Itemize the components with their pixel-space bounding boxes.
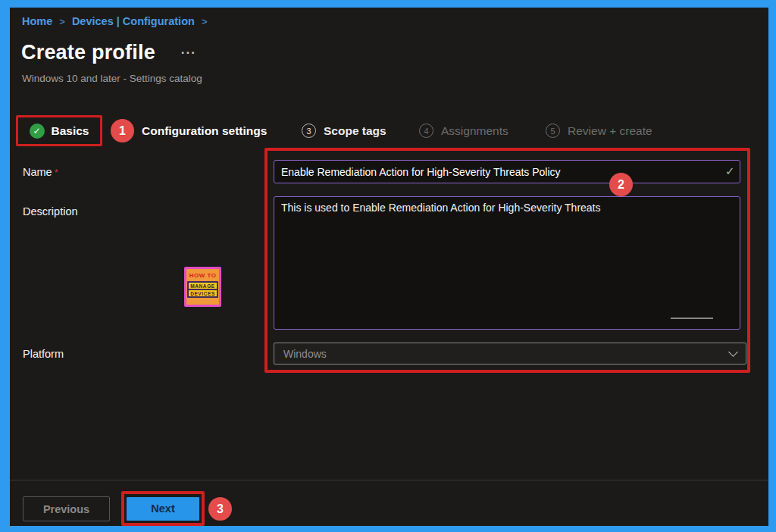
tab-basics[interactable]: ✓ Basics (16, 115, 102, 146)
tab-scope-tags[interactable]: 3 Scope tags (302, 115, 386, 146)
watermark-manage-text: MANAGE (189, 283, 217, 289)
tab-configuration-settings-label: Configuration settings (142, 124, 267, 138)
name-label-text: Name (23, 166, 52, 178)
annotation-badge-1: 1 (111, 119, 134, 142)
basics-completed-check-icon: ✓ (30, 124, 45, 139)
step-4-number-circle: 4 (419, 124, 433, 138)
footer-divider (10, 480, 768, 480)
description-field-label: Description (23, 205, 78, 217)
breadcrumb-devices-configuration-link[interactable]: Devices | Configuration (72, 15, 195, 27)
breadcrumb-home-link[interactable]: Home (22, 15, 52, 27)
name-input[interactable] (274, 160, 740, 183)
annotation-box-next-button: Next (121, 491, 205, 526)
check-glyph: ✓ (33, 126, 40, 136)
screenshot-frame: Home > Devices | Configuration > Create … (0, 0, 776, 532)
create-profile-blade: Home > Devices | Configuration > Create … (10, 8, 768, 526)
tab-assignments-label: Assignments (441, 124, 508, 138)
platform-field-label: Platform (23, 348, 64, 360)
tab-review-create-label: Review + create (568, 124, 652, 138)
required-asterisk: * (55, 167, 58, 178)
watermark-howto-text: HOW TO (189, 272, 217, 279)
name-field-label: Name* (23, 166, 58, 178)
tab-basics-label: Basics (52, 124, 89, 138)
breadcrumb-chevron-icon: > (202, 16, 208, 27)
previous-button[interactable]: Previous (23, 496, 110, 521)
step-3-number-circle: 3 (302, 124, 316, 138)
breadcrumb-chevron-icon: > (59, 16, 65, 27)
watermark-devices-text: DEVICES (189, 290, 217, 296)
page-subtitle: Windows 10 and later - Settings catalog (22, 73, 202, 84)
tab-scope-tags-label: Scope tags (324, 124, 386, 138)
description-textarea[interactable]: This is used to Enable Remediation Actio… (274, 196, 740, 330)
textarea-resize-handle[interactable] (671, 318, 713, 319)
breadcrumb: Home > Devices | Configuration > (22, 15, 207, 27)
platform-dropdown[interactable]: Windows (274, 343, 746, 365)
chevron-down-icon (728, 347, 738, 357)
howtomanagedevices-watermark-logo: HOW TO MANAGE DEVICES (184, 267, 221, 307)
page-title: Create profile (21, 41, 155, 64)
name-valid-check-icon: ✓ (725, 164, 735, 178)
more-options-ellipsis-icon[interactable]: ... (181, 42, 196, 58)
tab-configuration-settings[interactable]: Configuration settings (142, 115, 267, 146)
tab-assignments[interactable]: 4 Assignments (419, 115, 508, 146)
platform-selected-value: Windows (283, 348, 327, 360)
annotation-badge-3: 3 (208, 497, 232, 521)
page-title-row: Create profile ... (21, 41, 196, 64)
wizard-steps: ✓ Basics 1 Configuration settings 3 Scop… (10, 115, 768, 147)
annotation-badge-2: 2 (609, 173, 633, 196)
tab-review-create[interactable]: 5 Review + create (546, 115, 652, 146)
next-button[interactable]: Next (127, 497, 199, 521)
watermark-band: MANAGE DEVICES (187, 281, 218, 298)
step-5-number-circle: 5 (546, 124, 560, 138)
